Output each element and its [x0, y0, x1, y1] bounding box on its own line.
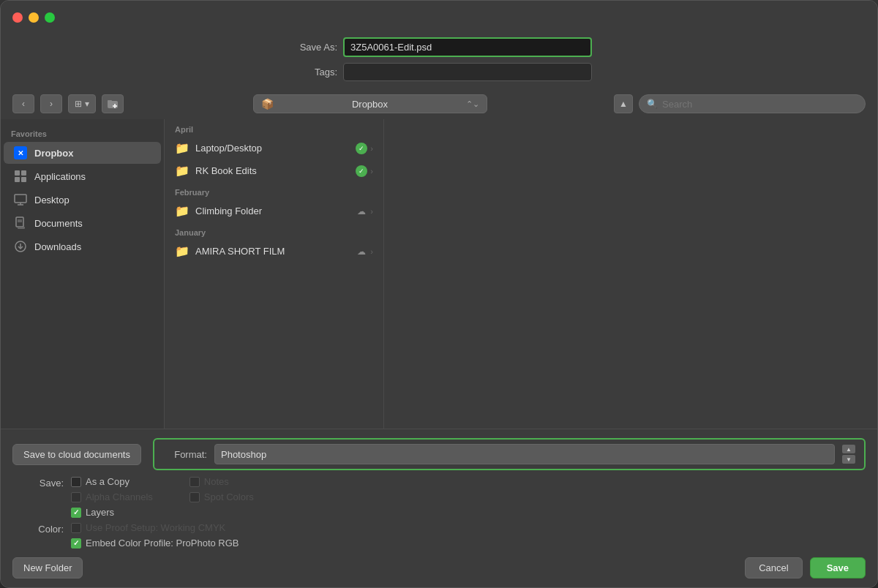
sidebar-item-downloads[interactable]: Downloads — [4, 235, 161, 257]
list-item[interactable]: 📁 RK Book Edits ✓ › — [165, 159, 383, 182]
sync-badge: ✓ — [356, 143, 367, 154]
file-item-name: RK Book Edits — [195, 165, 350, 176]
format-label: Format: — [163, 449, 207, 460]
save-options-columns: As a Copy Alpha Channels Layers Notes — [71, 476, 866, 518]
option-use-proof-setup: Use Proof Setup: Working CMYK — [71, 522, 239, 533]
file-item-name: Climbing Folder — [195, 206, 350, 216]
list-item[interactable]: 📁 Laptop/Desktop ✓ › — [165, 137, 383, 159]
search-box: 🔍 — [639, 94, 866, 113]
chevron-right-icon: › — [370, 167, 373, 176]
sidebar-item-applications[interactable]: Applications — [4, 165, 161, 187]
sidebar-item-label-applications: Applications — [34, 171, 86, 182]
sidebar-item-label-desktop: Desktop — [34, 195, 70, 206]
tags-label: Tags: — [286, 67, 337, 78]
embed-color-profile-checkbox[interactable] — [71, 538, 81, 549]
option-alpha-channels: Alpha Channels — [71, 491, 153, 502]
svg-rect-1 — [108, 100, 112, 102]
save-as-label: Save As: — [286, 42, 337, 53]
maximize-button[interactable] — [45, 12, 55, 23]
embed-color-profile-label: Embed Color Profile: ProPhoto RGB — [86, 538, 239, 549]
alpha-channels-checkbox[interactable] — [71, 492, 81, 502]
format-display: Photoshop — [214, 444, 835, 464]
file-item-badge: ✓ › — [356, 165, 373, 177]
format-down-button[interactable]: ▼ — [842, 455, 855, 464]
file-item-name: AMIRA SHORT FILM — [195, 246, 350, 257]
folder-icon: 📁 — [175, 204, 190, 218]
sidebar-section-label: Favorites — [1, 125, 164, 141]
location-arrows-icon: ⌃⌄ — [466, 99, 479, 109]
notes-checkbox[interactable] — [190, 477, 200, 487]
save-button[interactable]: Save — [810, 557, 866, 578]
cancel-button[interactable]: Cancel — [745, 557, 802, 578]
view-toggle-button[interactable]: ⊞ ▾ — [68, 94, 96, 113]
dropbox-icon — [14, 146, 27, 159]
view-dropdown-icon: ▾ — [85, 99, 89, 109]
desktop-icon — [14, 193, 27, 206]
color-options-row: Color: Use Proof Setup: Working CMYK Emb… — [12, 522, 866, 549]
color-opts-col: Use Proof Setup: Working CMYK Embed Colo… — [71, 522, 239, 549]
save-as-area: Save As: Tags: — [1, 23, 877, 88]
notes-label: Notes — [204, 476, 229, 487]
format-value: Photoshop — [221, 449, 828, 460]
traffic-lights — [12, 12, 55, 23]
tags-input[interactable] — [343, 63, 592, 81]
color-label: Color: — [38, 524, 64, 535]
cloud-badge: ☁ — [356, 246, 367, 257]
spot-colors-checkbox[interactable] — [190, 492, 200, 502]
search-icon: 🔍 — [647, 99, 658, 109]
location-dropdown[interactable]: 📦 Dropbox ⌃⌄ — [253, 94, 487, 113]
sidebar-item-desktop[interactable]: Desktop — [4, 189, 161, 211]
svg-rect-8 — [15, 195, 26, 203]
sidebar-item-label-documents: Documents — [34, 218, 83, 229]
use-proof-setup-checkbox[interactable] — [71, 523, 81, 533]
forward-button[interactable]: › — [40, 94, 62, 113]
search-input[interactable] — [662, 99, 858, 110]
as-a-copy-checkbox[interactable] — [71, 477, 81, 487]
back-button[interactable]: ‹ — [12, 94, 34, 113]
chevron-up-button[interactable]: ▲ — [614, 94, 633, 113]
main-content: Favorites Dropbox Applications — [1, 119, 877, 429]
new-folder-button[interactable]: New Folder — [12, 557, 83, 578]
title-bar — [1, 1, 877, 23]
section-header-february: February — [165, 182, 383, 200]
save-cloud-button[interactable]: Save to cloud documents — [12, 444, 141, 465]
applications-icon — [14, 170, 27, 183]
preview-area — [384, 119, 877, 429]
list-item[interactable]: 📁 Climbing Folder ☁ › — [165, 200, 383, 222]
documents-icon — [14, 216, 27, 230]
sidebar-item-dropbox[interactable]: Dropbox — [4, 142, 161, 164]
file-column: April 📁 Laptop/Desktop ✓ › 📁 RK Book Edi… — [165, 119, 384, 429]
format-stepper: ▲ ▼ — [842, 445, 855, 464]
svg-rect-7 — [21, 177, 26, 182]
sidebar-item-label-downloads: Downloads — [34, 241, 81, 252]
list-item[interactable]: 📁 AMIRA SHORT FILM ☁ › — [165, 240, 383, 263]
close-button[interactable] — [12, 12, 23, 23]
layers-label: Layers — [86, 507, 114, 518]
sidebar-item-label-dropbox: Dropbox — [34, 148, 73, 159]
save-options-right: Notes Spot Colors — [190, 476, 254, 518]
option-as-a-copy: As a Copy — [71, 476, 153, 487]
location-name: Dropbox — [279, 99, 460, 110]
format-up-button[interactable]: ▲ — [842, 445, 855, 453]
save-options-label: Save: — [12, 476, 71, 489]
layers-checkbox[interactable] — [71, 508, 81, 518]
minimize-button[interactable] — [29, 12, 39, 23]
svg-rect-6 — [15, 177, 20, 182]
chevron-right-icon: › — [370, 207, 373, 216]
bottom-area: Save to cloud documents Format: Photosho… — [1, 429, 877, 587]
file-item-badge: ☁ › — [356, 246, 373, 257]
save-options-row: Save: As a Copy Alpha Channels Layers — [12, 476, 866, 518]
folder-icon: 📁 — [175, 164, 190, 178]
file-item-badge: ✓ › — [356, 143, 373, 154]
downloads-icon — [14, 240, 27, 253]
sidebar-item-documents[interactable]: Documents — [4, 212, 161, 234]
bottom-buttons: New Folder Cancel Save — [12, 557, 866, 578]
new-folder-toolbar-button[interactable] — [102, 94, 124, 113]
folder-icon: 📁 — [175, 141, 190, 155]
save-as-input[interactable] — [343, 37, 592, 57]
as-a-copy-label: As a Copy — [86, 476, 130, 487]
section-header-january: January — [165, 222, 383, 240]
chevron-right-icon: › — [370, 247, 373, 256]
use-proof-setup-label: Use Proof Setup: Working CMYK — [86, 522, 225, 533]
location-icon: 📦 — [261, 98, 274, 110]
